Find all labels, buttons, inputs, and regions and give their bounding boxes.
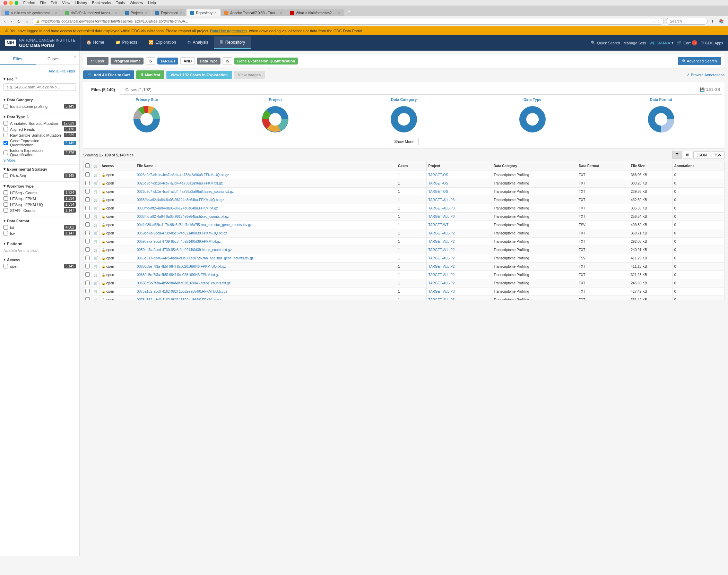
filename-link[interactable]: 0059be7a-9dcd-4739-85c8-f4b9214f0d39.FPK… <box>137 240 221 243</box>
menu-history[interactable]: History <box>75 1 87 5</box>
user-menu[interactable]: WEISMANA ▾ <box>649 41 674 45</box>
row-checkbox-cell[interactable] <box>84 288 92 296</box>
filter-checkbox-isoform[interactable] <box>3 151 8 155</box>
row-cart-icon[interactable]: 🛒 <box>94 190 98 194</box>
browser-tab-commons[interactable]: public.era.nih.gov/commo... ✕ <box>1 9 61 16</box>
nav-home[interactable]: 🏠 Home <box>81 36 110 49</box>
tab-close-projects[interactable]: ✕ <box>145 11 148 15</box>
row-cart-icon[interactable]: 🛒 <box>94 248 98 252</box>
row-cart-icon[interactable]: 🛒 <box>94 223 98 227</box>
nav-exploration[interactable]: 🔀 Exploration <box>143 36 182 49</box>
project-tag[interactable]: TARGET-OS <box>428 181 448 185</box>
menu-bookmarks[interactable]: Bookmarks <box>92 1 111 5</box>
data-use-agreements-link[interactable]: Data Use Agreements <box>210 29 248 33</box>
row-checkbox-2[interactable] <box>85 189 90 194</box>
filename-link[interactable]: 0038fffc-aff2-4a84-8a05-96124e8e64ba.FPK… <box>137 198 224 202</box>
browse-annotations-link[interactable]: ↗ Browse Annotations <box>686 72 725 77</box>
row-cart-icon[interactable]: 🛒 <box>94 290 98 293</box>
maximize-window-button[interactable] <box>15 1 18 5</box>
th-project[interactable]: Project <box>426 161 492 171</box>
filename-link[interactable]: 0038fffc-aff2-4a84-8a05-96124e8e64ba.hts… <box>137 215 229 218</box>
project-tag[interactable]: TARGET-ALL-P3 <box>428 290 455 293</box>
row-project[interactable]: TARGET-WT <box>426 221 492 229</box>
view-cases-button[interactable]: View1,192 Cases in Exploration <box>166 71 232 79</box>
minimize-window-button[interactable] <box>9 1 13 5</box>
chart-title-data-type[interactable]: Data Type <box>523 97 541 102</box>
row-cart-cell[interactable]: 🛒 <box>92 271 100 279</box>
row-checkbox-cell[interactable] <box>84 179 92 188</box>
row-checkbox-12[interactable] <box>85 272 90 277</box>
tab-cases[interactable]: Cases (1,192) <box>120 85 157 95</box>
row-filename[interactable]: 0059be7a-9dcd-4739-85c8-f4b9214f0d39.FPK… <box>135 229 396 238</box>
tab-close-bioinformatics[interactable]: ✕ <box>338 11 341 15</box>
filter-checkbox-rna-seq[interactable] <box>3 173 8 178</box>
filter-checkbox-annotated-somatic[interactable] <box>3 121 8 126</box>
row-checkbox-9[interactable] <box>85 247 90 252</box>
url-box[interactable]: 🔒 https://portal.gdc.cancer.gov/reposito… <box>32 18 664 25</box>
th-data-format[interactable]: Data Format <box>577 161 629 171</box>
project-tag[interactable]: TARGET-ALL-P2 <box>428 256 455 260</box>
data-type-refresh[interactable]: ↻ <box>26 114 29 119</box>
row-checkbox-5[interactable] <box>85 214 90 218</box>
sidebar-collapse-button[interactable]: » <box>71 54 79 65</box>
row-filename[interactable]: 0075a162-a8c0-4162-982f-15529aa564f0.FPK… <box>135 288 396 296</box>
tab-close-commons[interactable]: ✕ <box>55 11 58 15</box>
row-cart-icon[interactable]: 🛒 <box>94 240 98 243</box>
project-tag[interactable]: TARGET-ALL-P2 <box>428 265 455 268</box>
project-tag[interactable]: TARGET-WT <box>428 223 449 227</box>
platform-title[interactable]: ▾ Platform <box>3 241 76 246</box>
project-tag[interactable]: TARGET-ALL-P3 <box>428 198 455 202</box>
filter-checkbox-aligned-reads[interactable] <box>3 127 8 131</box>
row-checkbox-cell[interactable] <box>84 188 92 196</box>
row-filename[interactable]: 0038fffc-aff2-4a84-8a05-96124e8e64ba.FPK… <box>135 204 396 213</box>
row-project[interactable]: TARGET-ALL-P3 <box>426 296 492 300</box>
th-filename[interactable]: File Name ↓ <box>135 161 396 171</box>
tsv-export-button[interactable]: TSV <box>711 151 725 159</box>
tab-close-exploration[interactable]: ✕ <box>180 11 183 15</box>
experimental-strategy-title[interactable]: ▾ Experimental Strategy <box>3 167 76 171</box>
quick-search-button[interactable]: 🔍 Quick Search <box>591 41 620 45</box>
th-annotations[interactable]: Annotations <box>672 161 724 171</box>
data-format-title[interactable]: ▾ Data Format <box>3 218 76 223</box>
filter-checkbox-tsv[interactable] <box>3 231 8 235</box>
row-checkbox-3[interactable] <box>85 197 90 202</box>
filter-checkbox-htseq-fpkm[interactable] <box>3 196 8 201</box>
tab-files[interactable]: Files (5,149) <box>86 85 120 95</box>
row-project[interactable]: TARGET-ALL-P2 <box>426 229 492 238</box>
sidebar-tab-files[interactable]: Files <box>0 54 36 65</box>
chart-title-primary-site[interactable]: Primary Site <box>136 97 158 102</box>
row-cart-cell[interactable]: 🛒 <box>92 221 100 229</box>
tab-close-dbgap[interactable]: ✕ <box>115 11 118 15</box>
row-project[interactable]: TARGET-OS <box>426 179 492 188</box>
row-cart-cell[interactable]: 🛒 <box>92 263 100 271</box>
project-tag[interactable]: TARGET-ALL-P3 <box>428 215 455 218</box>
row-cart-icon[interactable]: 🛒 <box>94 298 98 300</box>
row-checkbox-6[interactable] <box>85 222 90 227</box>
browser-tab-tomcat[interactable]: Apache Tomcat/7.0.59 - Error... ✕ <box>221 9 286 16</box>
table-view-button[interactable]: ⊞ <box>683 151 692 159</box>
browser-tab-bioinformatics[interactable]: What is bioinformatics? |... ✕ <box>286 9 344 16</box>
row-checkbox-cell[interactable] <box>84 171 92 179</box>
browser-search-input[interactable] <box>666 18 708 25</box>
filename-link[interactable]: 00680c5e-7f3a-4b5f-984f-8cc028169046.FPK… <box>137 265 226 268</box>
row-checkbox-7[interactable] <box>85 231 90 235</box>
chart-title-data-category[interactable]: Data Category <box>391 97 417 102</box>
row-checkbox-8[interactable] <box>85 239 90 243</box>
nav-analysis[interactable]: ⚙ Analysis <box>182 36 214 49</box>
sidebar-tab-cases[interactable]: Cases <box>36 54 71 65</box>
row-cart-icon[interactable]: 🛒 <box>94 231 98 235</box>
project-tag[interactable]: TARGET-ALL-P2 <box>428 248 455 252</box>
bookmark-star[interactable]: ☆ <box>657 19 660 23</box>
row-cart-cell[interactable]: 🛒 <box>92 238 100 246</box>
close-window-button[interactable] <box>3 1 7 5</box>
new-tab-button[interactable]: + <box>345 7 353 16</box>
select-all-checkbox[interactable] <box>85 163 90 168</box>
row-project[interactable]: TARGET-ALL-P2 <box>426 279 492 288</box>
filename-link[interactable]: 0075a162-a8c0-4162-982f-15529aa564f0.FPK… <box>137 298 221 300</box>
row-cart-cell[interactable]: 🛒 <box>92 254 100 263</box>
row-cart-icon[interactable]: 🛒 <box>94 181 98 185</box>
row-checkbox-13[interactable] <box>85 281 90 285</box>
row-checkbox-15[interactable] <box>85 297 90 300</box>
row-cart-cell[interactable]: 🛒 <box>92 188 100 196</box>
row-cart-cell[interactable]: 🛒 <box>92 196 100 204</box>
